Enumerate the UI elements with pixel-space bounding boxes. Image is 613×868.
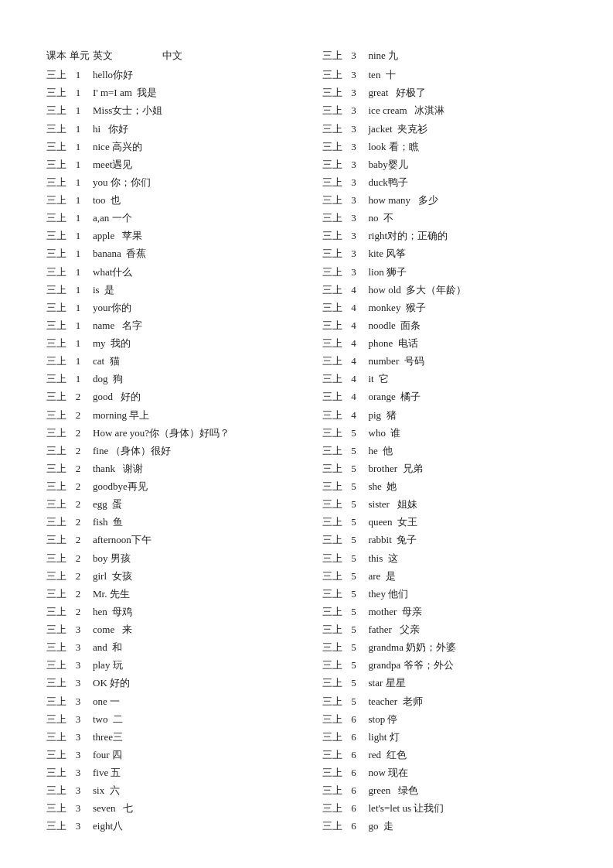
list-item: 三上1name 名字 xyxy=(46,316,307,334)
list-item: 三上3eight八 xyxy=(46,817,307,835)
list-item: 三上5teacher 老师 xyxy=(322,692,583,710)
list-item: 三上5grandpa 爷爷；外公 xyxy=(322,656,583,674)
header-row-right: 三上 3 nine 九 xyxy=(322,46,583,64)
list-item: 三上2egg 蛋 xyxy=(46,495,307,513)
list-item: 三上1nice 高兴的 xyxy=(46,138,307,155)
right-column: 三上 3 nine 九 三上3ten 十 三上3great 好极了 三上3ice… xyxy=(322,46,583,836)
list-item: 三上3and 和 xyxy=(46,638,307,656)
list-item: 三上4monkey 猴子 xyxy=(322,299,583,316)
list-item: 三上5father 父亲 xyxy=(322,620,583,638)
list-item: 三上2morning 早上 xyxy=(46,406,307,424)
header-en-left: 英文 xyxy=(93,46,162,64)
list-item: 三上6now 现在 xyxy=(322,764,583,781)
list-item: 三上1my 我的 xyxy=(46,334,307,352)
list-item: 三上3great 好极了 xyxy=(322,84,583,101)
list-item: 三上2girl 女孩 xyxy=(46,567,307,585)
list-item: 三上3seven 七 xyxy=(46,799,307,817)
header-updown: 单元 xyxy=(70,46,87,64)
list-item: 三上2fish 鱼 xyxy=(46,513,307,531)
list-item: 三上5this 这 xyxy=(322,549,583,567)
list-item: 三上1apple 苹果 xyxy=(46,227,307,244)
list-item: 三上6red 红色 xyxy=(322,746,583,764)
list-item: 三上2goodbye再见 xyxy=(46,477,307,495)
list-item: 三上5who 谁 xyxy=(322,424,583,442)
list-item: 三上4it 它 xyxy=(322,370,583,388)
list-item: 三上1hi 你好 xyxy=(46,120,307,138)
list-item: 三上2Mr. 先生 xyxy=(46,585,307,603)
list-item: 三上2hen 母鸡 xyxy=(46,603,307,620)
list-item: 三上1hello你好 xyxy=(46,66,307,84)
list-item: 三上4pig 猪 xyxy=(322,406,583,424)
header-zh-left: 中文 xyxy=(162,46,209,64)
list-item: 三上3no 不 xyxy=(322,209,583,227)
list-item: 三上2thank 谢谢 xyxy=(46,460,307,477)
list-item: 三上1a,an 一个 xyxy=(46,209,307,227)
list-item: 三上6let's=let us 让我们 xyxy=(322,799,583,817)
list-item: 三上1I' m=I am 我是 xyxy=(46,84,307,101)
list-item: 三上3baby婴儿 xyxy=(322,155,583,173)
left-column: 课本 单元 英文 中文 三上1hello你好 三上1I' m=I am 我是 三… xyxy=(46,46,307,836)
list-item: 三上3kite 风筝 xyxy=(322,244,583,262)
list-item: 三上3three三 xyxy=(46,728,307,746)
list-item: 三上3ice cream 冰淇淋 xyxy=(322,101,583,119)
list-item: 三上3come 来 xyxy=(46,620,307,638)
list-item: 三上3right对的；正确的 xyxy=(322,227,583,244)
list-item: 三上2good 好的 xyxy=(46,388,307,405)
list-item: 三上3two 二 xyxy=(46,710,307,728)
list-item: 三上1meet遇见 xyxy=(46,155,307,173)
list-item: 三上1dog 狗 xyxy=(46,370,307,388)
list-item: 三上1what什么 xyxy=(46,263,307,281)
list-item: 三上1too 也 xyxy=(46,191,307,209)
vocab-table: 课本 单元 英文 中文 三上1hello你好 三上1I' m=I am 我是 三… xyxy=(46,46,582,836)
list-item: 三上4number 号码 xyxy=(322,352,583,370)
list-item: 三上3look 看；瞧 xyxy=(322,138,583,155)
list-item: 三上5they 他们 xyxy=(322,585,583,603)
column-separator xyxy=(307,46,322,836)
list-item: 三上3six 六 xyxy=(46,781,307,799)
list-item: 三上6stop 停 xyxy=(322,710,583,728)
list-item: 三上3play 玩 xyxy=(46,656,307,674)
list-item: 三上5star 星星 xyxy=(322,674,583,692)
list-item: 三上3how many 多少 xyxy=(322,191,583,209)
header-row-left: 课本 单元 英文 中文 xyxy=(46,46,307,64)
list-item: 三上1your你的 xyxy=(46,299,307,316)
list-item: 三上3one 一 xyxy=(46,692,307,710)
list-item: 三上1you 你；你们 xyxy=(46,173,307,191)
list-item: 三上4how old 多大（年龄） xyxy=(322,281,583,299)
list-item: 三上5queen 女王 xyxy=(322,513,583,531)
list-item: 三上4orange 橘子 xyxy=(322,388,583,405)
list-item: 三上5she 她 xyxy=(322,477,583,495)
list-item: 三上3four 四 xyxy=(46,746,307,764)
list-item: 三上5rabbit 兔子 xyxy=(322,531,583,548)
list-item: 三上2afternoon下午 xyxy=(46,531,307,548)
list-item: 三上1Miss女士；小姐 xyxy=(46,101,307,119)
list-item: 三上5sister 姐妹 xyxy=(322,495,583,513)
list-item: 三上3five 五 xyxy=(46,764,307,781)
list-item: 三上3ten 十 xyxy=(322,66,583,84)
list-item: 三上5are 是 xyxy=(322,567,583,585)
list-item: 三上3lion 狮子 xyxy=(322,263,583,281)
list-item: 三上6green 绿色 xyxy=(322,781,583,799)
list-item: 三上1is 是 xyxy=(46,281,307,299)
list-item: 三上6light 灯 xyxy=(322,728,583,746)
list-item: 三上4noodle 面条 xyxy=(322,316,583,334)
list-item: 三上2How are you?你（身体）好吗？ xyxy=(46,424,307,442)
list-item: 三上3OK 好的 xyxy=(46,674,307,692)
list-item: 三上1banana 香蕉 xyxy=(46,244,307,262)
list-item: 三上2boy 男孩 xyxy=(46,549,307,567)
list-item: 三上2fine （身体）很好 xyxy=(46,442,307,460)
header-book: 课本 xyxy=(46,46,63,64)
list-item: 三上5he 他 xyxy=(322,442,583,460)
list-item: 三上1cat 猫 xyxy=(46,352,307,370)
list-item: 三上5grandma 奶奶；外婆 xyxy=(322,638,583,656)
list-item: 三上3duck鸭子 xyxy=(322,173,583,191)
list-item: 三上6go 走 xyxy=(322,817,583,835)
list-item: 三上5mother 母亲 xyxy=(322,603,583,620)
list-item: 三上3jacket 夹克衫 xyxy=(322,120,583,138)
list-item: 三上4phone 电话 xyxy=(322,334,583,352)
list-item: 三上5brother 兄弟 xyxy=(322,460,583,477)
